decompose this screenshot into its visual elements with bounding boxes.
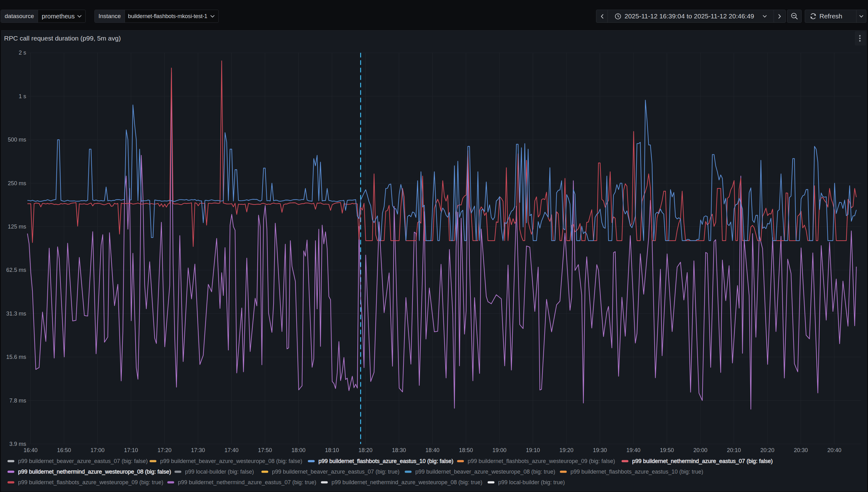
svg-text:19:30: 19:30 (593, 447, 607, 453)
svg-text:p99 local-builder (big: true): p99 local-builder (big: true) (498, 479, 565, 486)
svg-text:17:00: 17:00 (90, 447, 104, 453)
svg-text:p99 buildernet_flashbots_azure: p99 buildernet_flashbots_azure_westeurop… (18, 479, 163, 486)
svg-text:16:40: 16:40 (23, 447, 37, 453)
svg-text:p99 buildernet_beaver_azure_we: p99 buildernet_beaver_azure_westeurope_0… (160, 458, 302, 465)
svg-text:15.6 ms: 15.6 ms (6, 354, 26, 360)
svg-text:p99 buildernet_nethermind_azur: p99 buildernet_nethermind_azure_eastus_0… (632, 458, 773, 465)
svg-text:19:00: 19:00 (492, 447, 506, 453)
svg-text:16:50: 16:50 (57, 447, 71, 453)
svg-text:p99 buildernet_nethermind_azur: p99 buildernet_nethermind_azure_eastus_0… (178, 479, 316, 486)
svg-text:p99 buildernet_nethermind_azur: p99 buildernet_nethermind_azure_westeuro… (332, 479, 482, 486)
svg-text:20:40: 20:40 (827, 447, 841, 453)
svg-text:125 ms: 125 ms (8, 224, 26, 230)
svg-text:18:50: 18:50 (459, 447, 473, 453)
svg-text:20:00: 20:00 (693, 447, 707, 453)
svg-text:19:20: 19:20 (559, 447, 573, 453)
svg-text:17:20: 17:20 (157, 447, 172, 453)
svg-text:17:40: 17:40 (224, 447, 238, 453)
svg-text:20:30: 20:30 (794, 447, 808, 453)
svg-text:p99 buildernet_beaver_azure_ea: p99 buildernet_beaver_azure_eastus_07 (b… (18, 458, 148, 465)
svg-text:500 ms: 500 ms (8, 137, 26, 143)
svg-text:250 ms: 250 ms (8, 180, 26, 187)
svg-text:p99 buildernet_flashbots_azure: p99 buildernet_flashbots_azure_eastus_10… (318, 458, 453, 465)
svg-text:19:50: 19:50 (660, 447, 674, 453)
svg-text:p99 buildernet_flashbots_azure: p99 buildernet_flashbots_azure_eastus_10… (571, 469, 703, 475)
svg-text:19:40: 19:40 (626, 447, 640, 453)
svg-text:17:30: 17:30 (191, 447, 205, 453)
svg-text:19:10: 19:10 (526, 447, 540, 453)
svg-text:20:20: 20:20 (760, 447, 774, 453)
svg-text:18:20: 18:20 (358, 447, 372, 453)
svg-text:17:50: 17:50 (258, 447, 272, 453)
svg-text:18:10: 18:10 (325, 447, 339, 453)
svg-text:18:00: 18:00 (291, 447, 305, 453)
svg-text:20:10: 20:10 (727, 447, 741, 453)
svg-text:62.5 ms: 62.5 ms (6, 267, 26, 273)
svg-text:31.3 ms: 31.3 ms (6, 311, 26, 317)
svg-text:18:30: 18:30 (392, 447, 406, 453)
svg-text:p99 buildernet_beaver_azure_ea: p99 buildernet_beaver_azure_eastus_07 (b… (272, 469, 399, 475)
svg-text:p99 buildernet_beaver_azure_we: p99 buildernet_beaver_azure_westeurope_0… (415, 469, 555, 475)
svg-text:1 s: 1 s (19, 93, 26, 99)
svg-text:2 s: 2 s (19, 50, 26, 56)
svg-text:p99 buildernet_flashbots_azure: p99 buildernet_flashbots_azure_westeurop… (468, 458, 615, 465)
svg-text:7.8 ms: 7.8 ms (9, 397, 26, 404)
svg-text:3.9 ms: 3.9 ms (9, 441, 26, 447)
svg-text:p99 local-builder (big: false): p99 local-builder (big: false) (185, 469, 254, 475)
svg-text:p99 buildernet_nethermind_azur: p99 buildernet_nethermind_azure_westeuro… (18, 469, 171, 475)
svg-text:18:40: 18:40 (425, 447, 439, 453)
svg-text:17:10: 17:10 (124, 447, 138, 453)
